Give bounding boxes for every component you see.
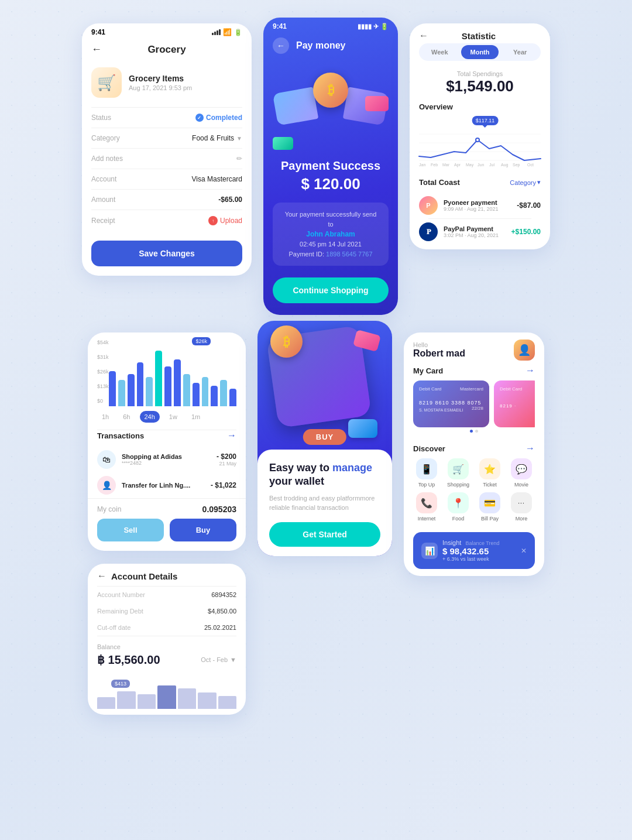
tab-month[interactable]: Month <box>461 45 499 59</box>
filter-1h[interactable]: 1h <box>97 411 114 423</box>
filter-24h[interactable]: 24h <box>140 411 160 423</box>
notes-row[interactable]: Add notes ✏ <box>82 149 252 169</box>
buy-label-button[interactable]: BUY <box>303 429 346 445</box>
payment-datetime: 02:45 pm 14 Jul 2021 <box>300 241 362 248</box>
hand-left-illus <box>273 87 318 125</box>
shopping-icon: 🛒 <box>448 458 469 479</box>
balance-row: ฿ 15,560.00 Oct - Feb ▼ <box>97 653 236 667</box>
category-filter[interactable]: Category ▾ <box>510 179 541 186</box>
svg-text:Feb: Feb <box>431 163 438 167</box>
buy-highlight: manage <box>332 462 372 474</box>
wallet-header: Hello Robert mad 👤 <box>404 332 544 365</box>
bar-10 <box>193 383 200 406</box>
time-filter-row: 1h 6h 24h 1w 1m <box>88 409 246 430</box>
balance-section: Balance ฿ 15,560.00 Oct - Feb ▼ <box>88 636 246 671</box>
payment-success-section: Payment Success $ 120.00 <box>263 159 398 198</box>
txn-card-adidas: ****2482 <box>122 460 211 466</box>
stat-title: Statistic <box>462 31 496 41</box>
debit-card-1[interactable]: Debit Card Mastercard 8219 8610 3388 807… <box>413 380 489 427</box>
topup-icon: 📱 <box>416 458 437 479</box>
bar-2 <box>118 380 125 406</box>
insight-close-button[interactable]: ✕ <box>521 547 527 555</box>
mini-bar-6 <box>198 692 216 709</box>
get-started-button[interactable]: Get Started <box>269 522 380 547</box>
topup-label: Top Up <box>418 482 435 488</box>
user-greeting: Hello Robert mad <box>413 341 465 359</box>
card-network-1: Mastercard <box>460 386 483 392</box>
upload-text: Upload <box>220 217 242 225</box>
mini-bar-2 <box>117 691 135 709</box>
transactions-arrow-icon[interactable]: → <box>227 430 236 441</box>
movie-icon: 💬 <box>511 458 532 479</box>
discover-section: Discover → 📱 Top Up 🛒 Shopping ⭐ Ticket … <box>404 443 544 527</box>
remaining-debt-row: Remaining Debt $4,850.00 <box>88 603 246 619</box>
filter-1w[interactable]: 1w <box>164 411 182 423</box>
grocery-item-name: Grocery Items <box>129 74 192 83</box>
stat-header: ← Statistic <box>410 23 550 43</box>
recipient-name: John Abraham <box>306 230 355 238</box>
grocery-page-title: Grocery <box>147 44 186 56</box>
card-number-1: 8219 8610 3388 8075 <box>419 400 483 406</box>
receipt-label: Receipt <box>91 217 115 225</box>
back-button-pay[interactable]: ← <box>273 37 289 54</box>
discover-more[interactable]: ··· More <box>508 492 535 522</box>
internet-label: Internet <box>418 516 436 522</box>
status-time-grocery: 9:41 <box>91 28 105 36</box>
txn-item-transfer: 👤 Transfer for Linh Ng.... - $1,022 <box>97 472 236 498</box>
remaining-debt-value: $4,850.00 <box>208 608 236 615</box>
status-row: Status ✓ Completed <box>82 108 252 128</box>
total-spendings-section: Total Spendings $1,549.00 <box>410 68 550 102</box>
status-bar-grocery: 9:41 📶 🔋 <box>82 23 252 39</box>
more-label: More <box>516 516 528 522</box>
my-card-title: My Card <box>413 366 443 375</box>
shopping-label: Shopping <box>447 482 469 488</box>
pioneer-name: Pyoneer payment <box>444 199 511 206</box>
discover-topup[interactable]: 📱 Top Up <box>413 458 440 488</box>
back-button-grocery[interactable]: ← <box>91 43 102 56</box>
receipt-row: Receipt ↑ Upload <box>82 210 252 231</box>
card-name-1: S. MOSTAFA ESMAEILI <box>419 408 463 412</box>
filter-6h[interactable]: 6h <box>118 411 135 423</box>
buy-subtitle: Best trodding and easy platformmore reli… <box>269 493 380 513</box>
chart-bubble: $117.11 <box>472 116 499 125</box>
my-coin-value: 0.095203 <box>202 505 236 514</box>
notes-edit-icon[interactable]: ✏ <box>236 155 242 163</box>
back-button-account[interactable]: ← <box>97 571 107 581</box>
billpay-label: Bill Pay <box>481 516 499 522</box>
discover-header: Discover → <box>413 443 535 454</box>
discover-ticket[interactable]: ⭐ Ticket <box>476 458 503 488</box>
my-card-arrow-icon[interactable]: → <box>525 365 535 376</box>
card-dot-2 <box>475 430 478 433</box>
discover-arrow-icon[interactable]: → <box>525 443 535 454</box>
txn-right-adidas: - $200 21 May <box>217 452 236 467</box>
buy-button[interactable]: Buy <box>170 519 236 541</box>
debit-card-2[interactable]: Debit Card 8219 · <box>494 380 535 427</box>
sell-button[interactable]: Sell <box>97 519 164 541</box>
internet-icon: 📞 <box>416 492 437 513</box>
category-row[interactable]: Category Food & Fruits ▼ <box>82 128 252 148</box>
insight-change: + 6.3% vs last week <box>442 556 500 562</box>
amount-label: Amount <box>91 196 115 204</box>
discover-billpay[interactable]: 💳 Bill Pay <box>476 492 503 522</box>
tab-week[interactable]: Week <box>421 45 459 59</box>
save-changes-button[interactable]: Save Changes <box>91 241 242 266</box>
discover-internet[interactable]: 📞 Internet <box>413 492 440 522</box>
insight-sub-text: Balance Trend <box>465 540 499 546</box>
dropdown-arrow-icon: ▼ <box>236 135 242 142</box>
cards-scroll: Debit Card Mastercard 8219 8610 3388 807… <box>413 380 535 427</box>
filter-1m[interactable]: 1m <box>187 411 205 423</box>
back-button-stat[interactable]: ← <box>419 30 428 41</box>
card-small-illus-2 <box>273 137 293 150</box>
transactions-title: Transactions <box>97 431 144 440</box>
upload-button[interactable]: ↑ Upload <box>208 216 242 225</box>
discover-food[interactable]: 📍 Food <box>445 492 472 522</box>
continue-shopping-button[interactable]: Continue Shopping <box>273 277 389 303</box>
txn-item-adidas: 🛍 Shopping at Adidas ****2482 - $200 21 … <box>97 447 236 472</box>
insight-bar: 📊 Insight Balance Trend $ 98,432.65 + 6.… <box>413 532 535 569</box>
tab-year[interactable]: Year <box>501 45 539 59</box>
discover-movie[interactable]: 💬 Movie <box>508 458 535 488</box>
discover-shopping[interactable]: 🛒 Shopping <box>445 458 472 488</box>
bar-13 <box>220 380 227 406</box>
left-column: $54k $31k $26k $13k $0 $26k <box>88 332 246 715</box>
status-icons-grocery: 📶 🔋 <box>212 28 242 36</box>
